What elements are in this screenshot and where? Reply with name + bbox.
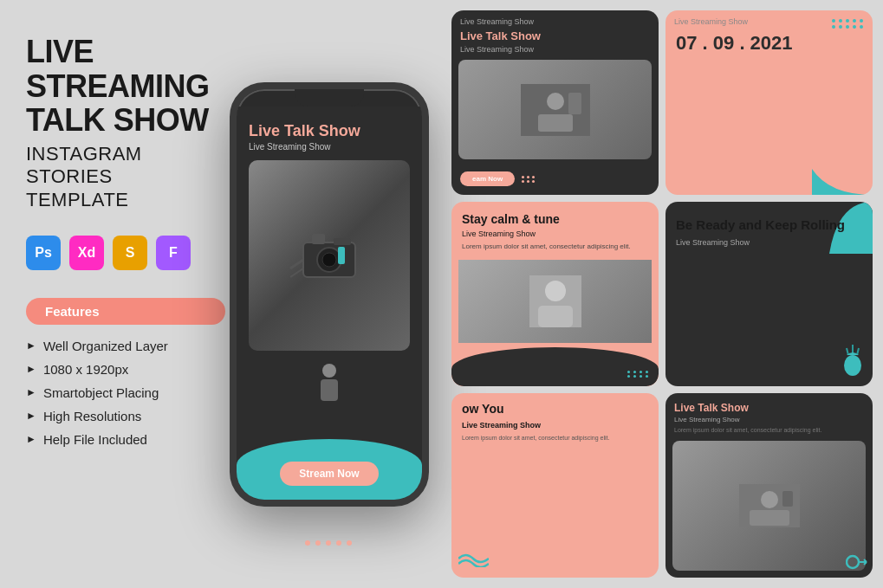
card-show-you: ow You Live Streaming Show Lorem ipsum d… bbox=[451, 393, 659, 578]
features-badge: Features bbox=[26, 298, 225, 325]
card-live-talk-dark: Live Talk Show Live Streaming Show Lorem… bbox=[665, 393, 873, 578]
card1-cta: eam Now bbox=[460, 171, 515, 186]
phone-live-title: Live Talk Show bbox=[249, 122, 410, 140]
pineapple-deco bbox=[840, 341, 866, 379]
stream-now-button[interactable]: Stream Now bbox=[280, 462, 378, 486]
card2-dots bbox=[832, 19, 864, 29]
svg-rect-3 bbox=[312, 234, 325, 244]
card1-sub: Live Streaming Show bbox=[451, 44, 659, 55]
svg-point-8 bbox=[322, 364, 336, 378]
svg-point-2 bbox=[322, 253, 336, 267]
card5-sub: Live Streaming Show bbox=[451, 419, 659, 431]
svg-point-17 bbox=[844, 355, 861, 376]
card1-photo-svg bbox=[521, 84, 590, 136]
card1-bottom: eam Now bbox=[451, 166, 659, 195]
svg-point-11 bbox=[547, 93, 564, 110]
svg-rect-24 bbox=[782, 491, 793, 507]
card1-top-label: Live Streaming Show bbox=[451, 10, 659, 28]
list-item: ► Well Organized Layer bbox=[26, 339, 225, 353]
person-photo bbox=[458, 260, 652, 343]
card-be-ready: Be Ready and Keep Rolling Live Streaming… bbox=[665, 202, 873, 386]
camera-svg bbox=[286, 221, 373, 290]
main-title: LIVE STREAMING TALK SHOW bbox=[26, 35, 225, 138]
phone-mockup: Live Talk Show Live Streaming Show bbox=[208, 17, 451, 572]
svg-rect-12 bbox=[538, 114, 573, 132]
list-item: ► High Resolutions bbox=[26, 409, 225, 423]
sub-title: INSTAGRAM STORIES TEMPLATE bbox=[26, 143, 225, 211]
person-svg bbox=[312, 362, 347, 405]
arrow-icon: ► bbox=[26, 433, 36, 445]
svg-point-15 bbox=[545, 281, 566, 301]
features-list: ► Well Organized Layer ► 1080 x 1920px ►… bbox=[26, 339, 225, 447]
card1-dots bbox=[522, 176, 536, 183]
card-stay-calm: Stay calm & tune Live Streaming Show Lor… bbox=[451, 202, 659, 386]
card3-sub: Live Streaming Show bbox=[451, 229, 659, 238]
camera-image bbox=[249, 160, 410, 351]
card5-title: ow You bbox=[451, 393, 659, 419]
arrow-icon: ► bbox=[26, 410, 36, 422]
xd-icon: Xd bbox=[69, 236, 104, 270]
teal-swirl bbox=[846, 553, 867, 574]
card6-photo-svg bbox=[739, 484, 800, 527]
arrow-icon: ► bbox=[26, 339, 36, 352]
card6-body: Lorem ipsum dolor sit amet, consectetur … bbox=[665, 423, 873, 437]
phone-notch bbox=[295, 89, 364, 107]
figma-icon: F bbox=[156, 236, 191, 270]
phone-dots bbox=[305, 540, 354, 546]
swirl-svg bbox=[846, 553, 867, 571]
phone-bottom-wave: Stream Now bbox=[237, 439, 422, 500]
card3-image bbox=[458, 260, 652, 343]
card1-title: Live Talk Show bbox=[451, 28, 659, 44]
cards-area: Live Streaming Show Live Talk Show Live … bbox=[441, 0, 883, 588]
card3-title: Stay calm & tune bbox=[451, 202, 659, 229]
svg-rect-9 bbox=[321, 379, 338, 401]
svg-rect-7 bbox=[338, 247, 345, 264]
list-item: ► 1080 x 1920px bbox=[26, 362, 225, 377]
phone-person-area bbox=[249, 358, 410, 410]
card5-body: Lorem ipsum dolor sit amet, consectetur … bbox=[451, 431, 659, 445]
sketch-icon: S bbox=[113, 236, 147, 270]
card3-body: Lorem ipsum dolor sit amet, consectetur … bbox=[451, 238, 659, 255]
person-box-svg bbox=[529, 275, 581, 327]
list-item: ► Help File Included bbox=[26, 432, 225, 447]
teal-wave-svg bbox=[812, 134, 873, 195]
card-date: Live Streaming Show 07 . 09 . 2021 bbox=[665, 10, 873, 195]
card1-image bbox=[458, 60, 652, 159]
card2-date: 07 . 09 . 2021 bbox=[665, 28, 873, 59]
phone-screen: Live Talk Show Live Streaming Show bbox=[237, 107, 422, 500]
card6-sub: Live Streaming Show bbox=[665, 416, 873, 423]
arrow-icon: ► bbox=[26, 386, 36, 398]
phone-body: Live Talk Show Live Streaming Show bbox=[230, 82, 429, 507]
arrow-icon: ► bbox=[26, 363, 36, 375]
card4-title: Be Ready and Keep Rolling bbox=[665, 202, 873, 236]
phone-image bbox=[249, 160, 410, 351]
wave-deco bbox=[458, 550, 489, 571]
svg-point-25 bbox=[847, 556, 859, 568]
svg-point-22 bbox=[761, 491, 778, 508]
svg-rect-23 bbox=[750, 510, 789, 526]
svg-line-5 bbox=[290, 260, 303, 268]
card4-sub: Live Streaming Show bbox=[665, 236, 873, 249]
list-item: ► Smartobject Placing bbox=[26, 385, 225, 400]
svg-rect-4 bbox=[334, 238, 351, 245]
pineapple-svg bbox=[840, 341, 866, 376]
phone-subtitle: Live Streaming Show bbox=[249, 142, 410, 152]
photoshop-icon: Ps bbox=[26, 236, 61, 270]
teal-curve-deco bbox=[812, 134, 873, 195]
card3-dots bbox=[627, 371, 650, 378]
svg-rect-13 bbox=[568, 93, 581, 114]
card3-wave bbox=[451, 347, 659, 386]
card6-image bbox=[672, 441, 866, 571]
card-live-talk: Live Streaming Show Live Talk Show Live … bbox=[451, 10, 659, 195]
svg-line-6 bbox=[290, 268, 303, 277]
card6-title: Live Talk Show bbox=[665, 393, 873, 416]
wave-svg bbox=[458, 550, 489, 567]
tool-icons: Ps Xd S F bbox=[26, 236, 225, 270]
svg-rect-16 bbox=[538, 306, 573, 327]
